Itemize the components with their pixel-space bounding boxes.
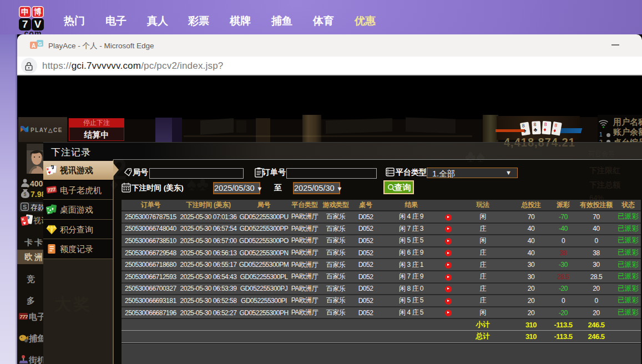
svg-text:♣: ♣: [533, 127, 538, 133]
svg-text:A: A: [32, 43, 36, 49]
svg-text:S: S: [23, 204, 27, 210]
svg-text:$: $: [24, 191, 27, 197]
svg-text:✱: ✱: [26, 184, 29, 188]
svg-text:♦: ♦: [543, 127, 547, 133]
svg-text:G: G: [38, 41, 42, 47]
svg-text:777: 777: [20, 314, 28, 320]
